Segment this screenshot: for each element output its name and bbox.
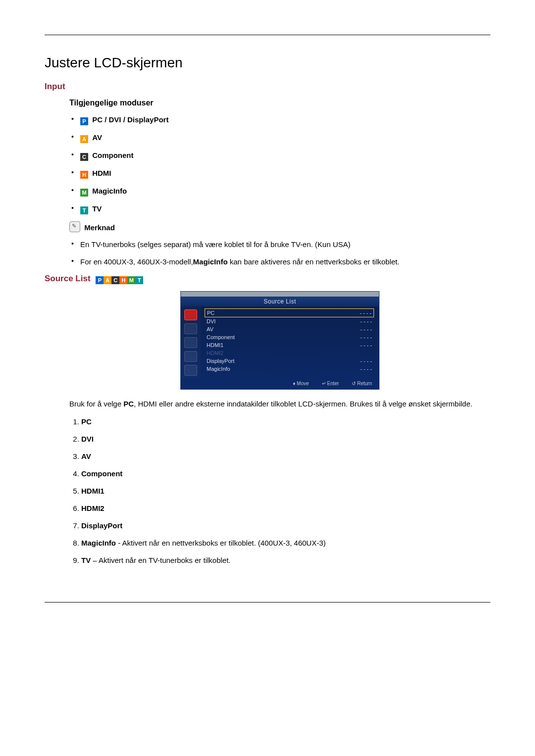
mode-label: MagicInfo [92,187,127,195]
h-icon: H [80,171,88,179]
osd-row-hdmi2: HDMI2 [205,349,374,357]
source-label: AV [81,452,91,460]
osd-row-av: AV - - - - [205,325,374,333]
source-list-icons: PACHMT [96,274,143,284]
source-list-heading: Source List [45,274,91,283]
mode-item-av: A AV [69,132,490,143]
input-heading: Input [45,82,490,92]
osd-row-value: - - - - [360,326,372,332]
osd-side-icon [184,351,197,362]
mode-item-hdmi: H HDMI [69,168,490,179]
osd-row-label: DisplayPort [207,358,234,364]
source-label: HDMI2 [81,504,105,512]
source-list-heading-row: Source List PACHMT [45,274,490,284]
source-label: Component [81,469,122,478]
osd-side-icon [184,337,197,348]
osd-row-value: - - - - [360,334,372,340]
m-icon: M [127,276,135,284]
osd-row-pc: PC - - - - [205,308,374,317]
osd-row-component: Component - - - - [205,333,374,341]
source-body-c: , HDMI eller andre eksterne inndatakilde… [134,400,473,408]
source-label: MagicInfo [81,539,116,547]
p-icon: P [80,117,88,125]
osd-footer-move: ♦ Move [293,381,309,386]
osd-sidebar [181,306,201,379]
note-heading: Merknad [69,221,490,232]
mode-label: AV [92,133,102,142]
mode-item-pc: P PC / DVI / DisplayPort [69,114,490,125]
note-item-2: For en 400UX-3, 460UX-3-modell,MagicInfo… [69,256,490,267]
source-label: PC [81,417,92,426]
osd-screenshot: Source List PC - - - - DVI - - [180,291,379,390]
osd-list: PC - - - - DVI - - - - AV - - - - Compon… [201,306,379,379]
osd-footer-move-label: Move [297,381,309,386]
modes-list: P PC / DVI / DisplayPort A AV C Componen… [69,114,490,214]
a-icon: A [80,135,88,143]
available-modes-heading: Tilgjengelige moduser [69,99,490,107]
osd-side-icon [184,365,197,376]
top-rule [45,35,490,35]
source-ordered-list: PC DVI AV Component HDMI1 HDMI2 DisplayP… [69,416,490,565]
source-item-5: HDMI1 [81,486,490,496]
source-item-3: AV [81,451,490,461]
osd-footer-return: ↺ Return [352,381,372,386]
osd-tab-bar [181,292,379,297]
source-item-9: TV – Aktivert når en TV-tunerboks er til… [81,555,490,565]
mode-label: TV [92,204,102,213]
mode-item-component: C Component [69,150,490,161]
mode-label: HDMI [92,169,111,177]
bottom-rule [45,602,490,603]
osd-row-value: - - - - [360,366,372,372]
note-item-1: En TV-tunerboks (selges separat) må være… [69,239,490,250]
t-icon: T [80,206,88,214]
mode-item-tv: T TV [69,203,490,214]
a-icon: A [104,276,111,284]
osd-row-label: HDMI2 [207,350,223,356]
source-label: DVI [81,435,94,443]
c-icon: C [111,276,119,284]
osd-row-value: - - - - [360,358,372,364]
osd-side-icon [184,309,197,320]
source-body-text: Bruk for å velge PC, HDMI eller andre ek… [69,399,490,409]
note-label: Merknad [84,223,115,232]
osd-row-magicinfo: MagicInfo - - - - [205,365,374,373]
osd-title: Source List [181,297,379,306]
osd-footer-enter-label: Enter [327,381,339,386]
source-label: HDMI1 [81,487,105,495]
osd-footer-enter: ↵ Enter [322,381,339,386]
t-icon: T [135,276,143,284]
osd-row-hdmi1: HDMI1 - - - - [205,341,374,349]
h-icon: H [119,276,127,284]
notes-list: En TV-tunerboks (selges separat) må være… [69,239,490,267]
mode-item-magicinfo: M MagicInfo [69,186,490,197]
c-icon: C [80,153,88,161]
osd-row-label: Component [207,334,235,340]
note-text-c: kan bare aktiveres når en nettverksboks … [228,257,400,266]
osd-row-displayport: DisplayPort - - - - [205,357,374,365]
osd-row-label: PC [207,310,214,316]
note-text: En TV-tunerboks (selges separat) må være… [80,240,351,249]
source-desc: – Aktivert når en TV-tunerboks er tilkob… [91,556,230,564]
mode-label: Component [92,151,133,159]
source-desc: - Aktivert når en nettverksboks er tilko… [116,539,326,547]
osd-row-label: AV [207,326,214,332]
osd-footer-return-label: Return [357,381,372,386]
source-item-2: DVI [81,434,490,444]
osd-row-dvi: DVI - - - - [205,317,374,325]
page-title: Justere LCD-skjermen [45,55,490,71]
source-item-1: PC [81,416,490,427]
osd-side-icon [184,323,197,334]
osd-footer: ♦ Move ↵ Enter ↺ Return [181,379,379,389]
osd-row-value: - - - - [360,342,372,348]
source-label: TV [81,556,91,564]
osd-row-value: - - - - [360,310,372,316]
source-item-7: DisplayPort [81,520,490,531]
source-label: DisplayPort [81,521,122,530]
source-item-8: MagicInfo - Aktivert når en nettverksbok… [81,538,490,548]
source-body-a: Bruk for å velge [69,400,123,408]
source-body-b: PC [123,400,134,408]
osd-row-label: DVI [207,318,215,324]
source-item-6: HDMI2 [81,503,490,513]
osd-row-label: MagicInfo [207,366,230,372]
osd-row-label: HDMI1 [207,342,223,348]
